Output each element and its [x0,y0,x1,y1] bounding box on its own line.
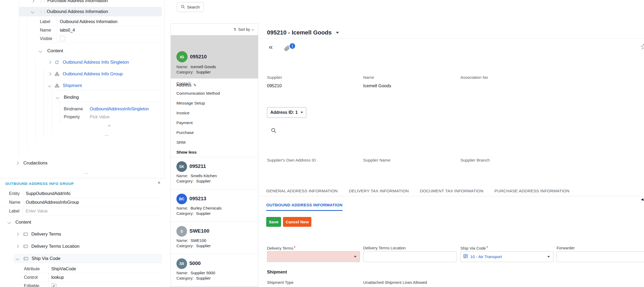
drag-handle-icon[interactable]: ⋮⋮ [39,10,47,14]
search-icon [181,5,185,10]
label-input[interactable]: Enter Value [23,207,162,215]
ellipsis-text: ... [84,170,88,175]
tab-outbound-address-information-active[interactable]: OUTBOUND ADDRESS INFORMATION [266,203,342,211]
menu-item-contact[interactable]: Contact [171,79,258,88]
group-field-delivery-terms-location[interactable]: Delivery Terms Location [0,242,165,251]
field-value-supplier: 095210 [267,83,282,88]
save-button[interactable]: Save [266,217,281,227]
supplier-id: 095211 [189,163,206,169]
property-key: Name [36,28,57,33]
editable-checkbox[interactable] [51,283,57,287]
tree-node-content[interactable]: Content [0,47,164,55]
supplier-card[interactable]: S5 5000 Name:Supplier 5000 Category:Supp… [171,254,258,286]
tree-more-ellipsis[interactable]: ... [0,170,164,175]
property-value-field[interactable]: tabs0_4 [57,26,162,34]
tree-item-crudactions[interactable]: Crudactions [0,159,164,168]
form-label-unattached-shipment-lines: Unattached Shipment Lines Allowed [363,280,427,285]
tab-general-address-information[interactable]: GENERAL ADDRESS INFORMATION [266,189,338,193]
outbound-address-info-group-panel: OUTBOUND ADDRESS INFO GROUP × Entity Sup… [0,178,165,287]
group-field-ship-via-code[interactable]: Ship Via Code [14,254,162,263]
tree-node-label: Content [47,48,63,54]
collapse-panel-icon[interactable]: « [269,44,273,50]
form-action-buttons: Save Cancel New [266,217,311,227]
paperclip-icon[interactable] [284,46,290,52]
menu-item-srm[interactable]: SRM [171,137,258,147]
delivery-terms-combobox[interactable] [267,251,360,262]
menu-item-message-setup[interactable]: Message Setup [171,98,258,108]
menu-item-communication-method[interactable]: Communication Method [171,88,258,98]
search-button[interactable]: Search [177,2,204,12]
menu-item-invoice[interactable]: Invoice [171,108,258,118]
supplier-list-panel: ⇅ Sort by IG 095210 Name:Icemell Goods C… [171,23,258,287]
chevron-down-icon [31,10,34,14]
tree-node-label: Content [15,220,31,225]
supplier-card[interactable]: SK 095211 Name:Smells Kitchen Category:S… [171,157,258,189]
tab-purchase-address-information[interactable]: PURCHASE ADDRESS INFORMATION [494,189,569,193]
field-label-name: Name [363,75,374,80]
property-picker[interactable]: Pick Value [90,115,109,119]
menu-item-purchase[interactable]: Purchase [171,128,258,137]
tab-delivery-tax-information[interactable]: DELIVERY TAX INFORMATION [349,189,409,193]
selected-supplier-card[interactable]: IG 095210 Name:Icemell Goods Category:Su… [171,35,258,79]
tree-item-outbound-address-information[interactable]: ⋮⋮ Outbound Address Information [19,7,162,16]
tree-item-outbound-address-info-group[interactable]: Outbound Address Info Group [0,69,164,79]
address-id-dropdown[interactable]: Address ID: 1 [267,107,306,118]
menu-item-payment[interactable]: Payment [171,118,258,128]
caret-down-icon [547,256,550,258]
chevron-right-icon [15,162,19,165]
favorite-star-icon[interactable]: ☆ [640,42,644,51]
cancel-new-button[interactable]: Cancel New [283,217,311,227]
property-row-name: Name tabs0_4 [36,26,162,34]
tree-item-purchase-address-information[interactable]: ⋮⋮ Purchase Address Information [0,0,164,5]
avatar: BC [176,194,187,204]
delivery-terms-location-input[interactable] [363,251,456,262]
property-value-field[interactable]: OutboundAddressInfoGroup [23,198,162,207]
tree-item-label: Crudactions [23,160,48,166]
field-label-supplier: Supplier [267,75,282,80]
avatar: IG [176,51,188,62]
chevron-down-icon [56,96,59,99]
property-value-field[interactable]: lookup [48,273,162,281]
divider [258,38,644,39]
property-value-field[interactable]: SuppOutboundAddrInfo [23,189,162,198]
form-label-shipment-type: Shipment Type [267,280,294,285]
property-value-field[interactable]: ShipViaCode [48,265,162,273]
tree-item-shipment[interactable]: Shipment [0,81,164,90]
supplier-card[interactable]: BC 095213 Name:Burley Chemicals Category… [171,189,258,222]
close-icon[interactable]: × [158,180,160,186]
drag-handle-icon[interactable]: ⋮⋮ [39,0,47,3]
field-input-icon [23,233,28,236]
ship-via-value: 10 - Air Transport [470,254,502,259]
visible-checkbox[interactable] [60,36,65,41]
property-key: Editable [20,284,48,287]
property-value-field[interactable]: Outbound Address Information [57,18,162,26]
search-icon[interactable] [271,128,276,134]
chevron-right-icon [48,61,51,64]
supplier-detail-area: 095210 - Icemell Goods « 1 ☆ Supplier Na… [258,0,644,287]
bindname-value-link[interactable]: OutboundAddressInfoSingleton [90,107,149,111]
tree-more-ellipsis[interactable]: ... [0,132,164,137]
sort-control[interactable]: ⇅ Sort by [171,24,258,35]
show-less-button[interactable]: Show less [171,147,258,157]
property-row-control: Control lookup [20,273,162,282]
supplier-card[interactable]: S SWE100 Name:SWE100 Category:Supplier [171,222,258,254]
group-node-content[interactable]: Content [0,218,165,227]
tree-item-label: Outbound Address Info Group [63,71,123,77]
collapse-control[interactable] [0,123,164,130]
group-field-delivery-terms[interactable]: Delivery Terms [0,230,165,239]
field-input-icon [24,257,28,260]
chevron-down-icon [16,257,19,260]
ship-via-code-combobox[interactable]: 10 - Air Transport [460,251,553,262]
tab-document-tax-information[interactable]: DOCUMENT TAX INFORMATION [420,189,484,193]
ellipsis-text: ... [105,132,109,137]
tab-scroll-left-icon[interactable]: ◀ [641,197,643,201]
lookup-list-icon [463,254,468,259]
forwarder-input[interactable] [557,251,644,262]
ship-via-property-table: Attribute ShipViaCode Control lookup Edi… [20,265,162,287]
supplier-category-line: Category:Supplier [176,70,211,74]
record-title-dropdown[interactable]: 095210 - Icemell Goods [267,29,339,36]
field-label-supplier-name: Supplier Name [363,158,391,163]
tree-item-outbound-address-info-singleton[interactable]: Outbound Address Info Singleton [0,58,164,67]
tree-node-binding[interactable]: Binding [0,93,164,102]
record-title: 095210 - Icemell Goods [267,29,332,36]
